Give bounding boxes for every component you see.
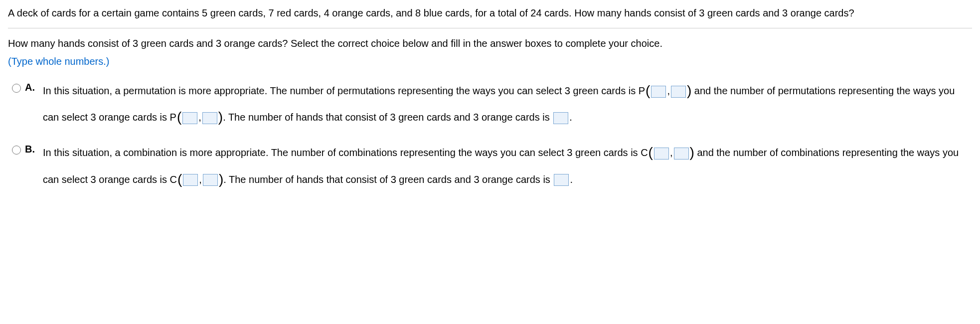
b-orange-n-input[interactable]	[183, 174, 198, 186]
comma: ,	[198, 112, 201, 123]
choice-b-row: B. In this situation, a combination is m…	[12, 140, 972, 193]
choice-a-part3: . The number of hands that consist of 3 …	[223, 112, 552, 123]
a-orange-r-input[interactable]	[202, 112, 217, 124]
choice-b-part3: . The number of hands that consist of 3 …	[223, 173, 553, 184]
sub-question: How many hands consist of 3 green cards …	[8, 35, 972, 51]
b-orange-r-input[interactable]	[203, 174, 218, 186]
a-orange-n-input[interactable]	[182, 112, 197, 124]
a-green-r-input[interactable]	[671, 86, 686, 98]
choice-b-radio[interactable]	[12, 146, 21, 155]
a-green-n-input[interactable]	[651, 86, 666, 98]
a-result-input[interactable]	[553, 112, 568, 124]
choice-a-radio[interactable]	[12, 84, 21, 93]
choice-a-label: A.	[25, 78, 37, 95]
choice-a-text: In this situation, a permutation is more…	[43, 78, 972, 131]
b-green-n-input[interactable]	[654, 148, 669, 160]
choice-b-label: B.	[25, 140, 37, 157]
choice-b-end: .	[570, 173, 573, 184]
choice-b-text: In this situation, a combination is more…	[43, 140, 972, 193]
comma: ,	[670, 147, 673, 158]
comma: ,	[667, 85, 670, 96]
b-green-r-input[interactable]	[674, 148, 689, 160]
choice-b-part1: In this situation, a combination is more…	[43, 147, 648, 158]
choice-a-part1: In this situation, a permutation is more…	[43, 85, 645, 96]
choices-container: A. In this situation, a permutation is m…	[12, 78, 972, 193]
comma: ,	[199, 173, 202, 184]
instruction-text: (Type whole numbers.)	[8, 53, 972, 69]
choice-a-row: A. In this situation, a permutation is m…	[12, 78, 972, 131]
b-result-input[interactable]	[554, 174, 569, 186]
choice-a-end: .	[569, 112, 572, 123]
question-stem: A deck of cards for a certain game conta…	[8, 5, 972, 28]
